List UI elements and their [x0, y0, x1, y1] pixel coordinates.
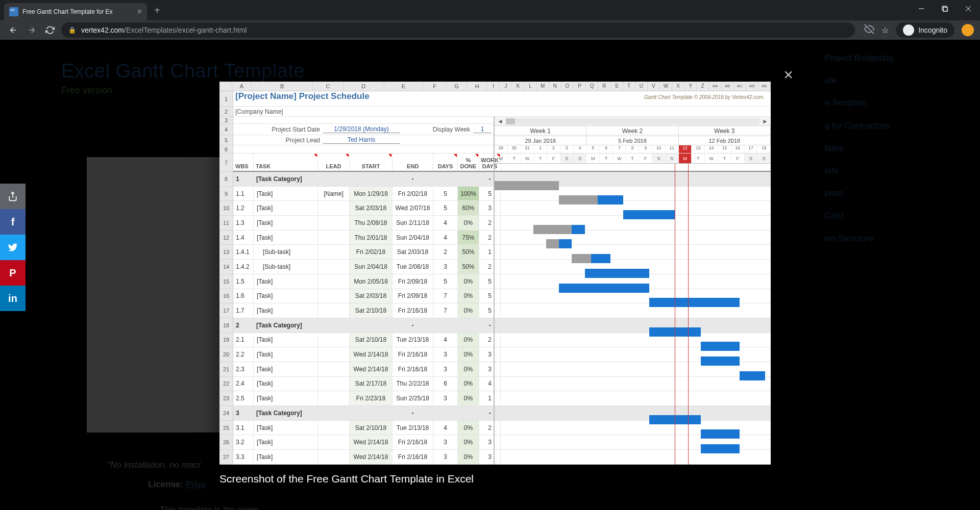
forward-button[interactable]	[24, 23, 39, 37]
cell-start[interactable]: Wed 2/14/18	[350, 435, 393, 449]
col-letter[interactable]: V	[648, 82, 660, 91]
cell-task[interactable]: [Sub-task]	[254, 260, 318, 274]
star-icon[interactable]: ☆	[881, 26, 889, 35]
row-number[interactable]: 25	[219, 421, 233, 436]
cell-days[interactable]: 4	[433, 231, 458, 245]
col-letter[interactable]: G	[447, 82, 467, 91]
cell-days[interactable]: 3	[433, 450, 458, 464]
cell-lead[interactable]	[318, 303, 350, 318]
cell-lead[interactable]	[318, 245, 350, 259]
tab-close-button[interactable]: ×	[137, 7, 142, 16]
cell-lead[interactable]	[318, 231, 350, 245]
col-letter[interactable]: O	[561, 82, 574, 91]
cell-pct[interactable]: 0%	[458, 435, 479, 449]
gantt-bar[interactable]	[701, 429, 740, 439]
row-number[interactable]: 11	[219, 216, 233, 231]
cell-lead[interactable]	[318, 172, 350, 186]
cell-days[interactable]: 4	[433, 333, 458, 347]
cell-end[interactable]: Fri 2/09/18	[393, 274, 433, 289]
cell-pct[interactable]: 0%	[458, 289, 479, 303]
cell-end[interactable]: Tue 2/13/18	[393, 333, 433, 347]
cell-task[interactable]: [Task]	[254, 274, 318, 289]
cell-start[interactable]: Wed 2/14/18	[350, 347, 393, 362]
cell-end[interactable]: -	[393, 318, 433, 333]
cell-wbs[interactable]: 2	[233, 318, 254, 333]
row-number[interactable]: 21	[219, 362, 233, 377]
row-number[interactable]: 27	[219, 450, 233, 465]
row-number[interactable]: 12	[219, 231, 233, 245]
col-letter[interactable]: C	[313, 82, 343, 91]
cell-end[interactable]: -	[393, 406, 433, 420]
cell-days[interactable]: 4	[433, 216, 458, 230]
col-letter[interactable]: E	[384, 82, 423, 91]
cell-lead[interactable]	[318, 201, 350, 215]
cell-pct[interactable]	[458, 172, 479, 186]
cell-lead[interactable]	[318, 435, 350, 449]
cell-end[interactable]: Wed 2/07/18	[393, 201, 433, 215]
cell-lead[interactable]	[318, 406, 350, 420]
cell-wbs[interactable]: 1.4	[233, 231, 254, 245]
cell-start[interactable]: Thu 2/01/18	[350, 231, 393, 245]
col-letter[interactable]: A	[232, 82, 252, 91]
cell-wbs[interactable]: 1.5	[233, 274, 254, 289]
cell-task[interactable]: [Task]	[254, 201, 318, 215]
row-number[interactable]: 18	[219, 318, 233, 333]
scroll-right-button[interactable]: ►	[760, 118, 771, 125]
facebook-button[interactable]: f	[0, 209, 26, 235]
cell-start[interactable]	[350, 406, 393, 420]
cell-end[interactable]: Sat 2/03/18	[393, 245, 433, 259]
cell-end[interactable]: Fri 2/09/18	[393, 289, 433, 303]
cell-pct[interactable]: 0%	[458, 421, 479, 435]
cell-lead[interactable]	[318, 450, 350, 464]
timeline-scrollbar[interactable]: ◄ ►	[495, 117, 771, 126]
cell-task[interactable]: [Task Category]	[254, 172, 318, 186]
project-lead-value[interactable]: Ted Harris	[323, 136, 400, 144]
cell-days[interactable]: 2	[433, 245, 458, 259]
eye-off-icon[interactable]	[864, 24, 874, 36]
cell-days[interactable]	[433, 318, 458, 333]
cell-end[interactable]: Tue 2/06/18	[393, 260, 433, 274]
row-number[interactable]: 19	[219, 333, 233, 348]
row-number[interactable]: 6	[219, 145, 233, 154]
cell-lead[interactable]	[318, 318, 350, 333]
cell-wbs[interactable]: 2.2	[233, 347, 254, 362]
cell-pct[interactable]: 60%	[458, 201, 479, 215]
cell-wbs[interactable]: 3	[233, 406, 254, 420]
cell-end[interactable]: Fri 2/16/18	[393, 303, 433, 318]
cell-task[interactable]: [Task]	[254, 303, 318, 318]
cell-pct[interactable]: 0%	[458, 303, 479, 318]
cell-pct[interactable]: 50%	[458, 260, 479, 274]
cell-wbs[interactable]: 1.6	[233, 289, 254, 303]
cell-pct[interactable]: 0%	[458, 274, 479, 289]
cell-start[interactable]: Sat 2/03/18	[350, 201, 393, 215]
pinterest-button[interactable]: P	[0, 260, 26, 286]
cell-start[interactable]: Thu 2/08/18	[350, 216, 393, 230]
cell-days[interactable]: 7	[433, 289, 458, 303]
cell-task[interactable]: [Task]	[254, 333, 318, 347]
cell-wbs[interactable]: 1.4.2	[233, 260, 254, 274]
cell-task[interactable]: [Task Category]	[254, 406, 318, 420]
col-letter[interactable]: W	[660, 82, 672, 91]
cell-start[interactable]	[350, 172, 393, 186]
cell-lead[interactable]	[318, 421, 350, 435]
reload-button[interactable]	[43, 23, 57, 37]
row-number[interactable]: 9	[219, 187, 233, 201]
gantt-bar[interactable]	[623, 210, 675, 219]
cell-wbs[interactable]: 2.3	[233, 362, 254, 376]
cell-wbs[interactable]: 2.1	[233, 333, 254, 347]
row-number[interactable]: 3	[219, 117, 233, 124]
back-button[interactable]	[6, 23, 20, 37]
cell-task[interactable]: [Task]	[254, 362, 318, 376]
cell-days[interactable]: 5	[433, 274, 458, 289]
scroll-left-button[interactable]: ◄	[495, 118, 506, 125]
cell-pct[interactable]: 100%	[458, 187, 479, 201]
col-letter[interactable]: Z	[697, 82, 709, 91]
cell-pct[interactable]: 0%	[458, 362, 479, 376]
col-letter[interactable]: X	[672, 82, 684, 91]
gantt-bar[interactable]	[585, 269, 649, 278]
cell-wbs[interactable]: 2.4	[233, 377, 254, 391]
cell-pct[interactable]: 0%	[458, 333, 479, 347]
cell-task[interactable]: [Task]	[254, 377, 318, 391]
cell-wbs[interactable]: 1.2	[233, 201, 254, 215]
row-number[interactable]: 13	[219, 245, 233, 260]
